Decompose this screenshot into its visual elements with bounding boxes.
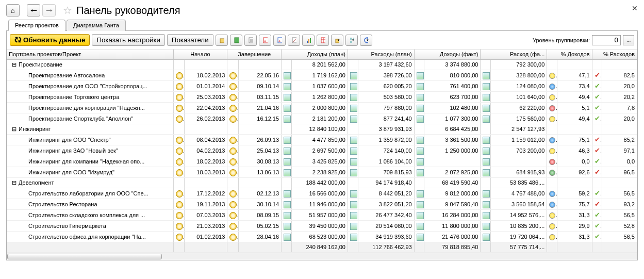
toolbar-icon-9[interactable]: ▾: [331, 35, 343, 46]
check-icon: ✔: [595, 189, 602, 197]
status-led-icon: [549, 105, 555, 111]
doc-icon: [417, 158, 424, 166]
col-project[interactable]: Портфель проектов/Проект: [7, 50, 173, 60]
doc-icon: [284, 212, 291, 219]
doc-icon: [483, 223, 490, 230]
show-settings-button[interactable]: Показать настройки: [92, 34, 164, 46]
clock-icon: [229, 169, 237, 176]
toolbar-icon-4[interactable]: A: [259, 35, 271, 46]
close-button[interactable]: ✕: [632, 4, 638, 12]
clock-icon: [176, 158, 183, 166]
doc-icon: [284, 72, 291, 79]
clock-icon: [229, 137, 237, 144]
doc-icon: [483, 158, 490, 166]
refresh-icon: 🗘: [14, 36, 21, 44]
group-level-picker-button[interactable]: ...: [623, 35, 634, 45]
tab-registry[interactable]: Реестр проектов: [8, 20, 65, 31]
project-row[interactable]: Проектирование Автосалона18.02.201322.05…: [7, 70, 637, 81]
collapse-icon[interactable]: ⊟: [11, 178, 17, 188]
project-row[interactable]: Строительство лаборатории для ООО "Спе..…: [7, 188, 637, 199]
doc-icon: [350, 201, 357, 208]
project-row[interactable]: Инжиниринг для ЗАО "Новый век"04.02.2013…: [7, 145, 637, 156]
doc-icon: [417, 83, 424, 90]
status-led-icon: [549, 202, 555, 208]
toolbar-icon-11[interactable]: ▾: [360, 35, 372, 46]
doc-icon: [483, 72, 490, 79]
group-row[interactable]: ⊟ Проектирование8 201 562,003 197 432,60…: [7, 60, 637, 70]
doc-icon: [417, 223, 424, 230]
doc-icon: [417, 234, 424, 241]
toolbar-icon-10[interactable]: ▾: [345, 35, 358, 46]
clock-icon: [176, 147, 183, 155]
project-row[interactable]: Проектирование Спортклуба "Аполлон"26.02…: [7, 113, 637, 124]
project-row[interactable]: Инжиниринг для ООО "Спектр"08.04.201326.…: [7, 135, 637, 145]
doc-icon: [417, 137, 424, 144]
doc-icon: [483, 116, 490, 123]
svg-text:A: A: [278, 40, 280, 43]
status-led-icon: [549, 84, 555, 90]
doc-icon: [417, 147, 424, 155]
status-led-icon: [549, 116, 555, 122]
forward-button[interactable]: 🡒: [42, 4, 56, 17]
col-expense-fact[interactable]: Расход (фа...: [481, 50, 547, 60]
refresh-data-button[interactable]: 🗘 Обновить данные: [10, 34, 90, 46]
doc-icon: [284, 147, 291, 155]
status-led-icon: [549, 170, 555, 176]
doc-icon: [483, 190, 490, 198]
group-row[interactable]: ⊟ Девелопмент188 442 000,0094 174 918,40…: [7, 178, 637, 188]
status-led-icon: [549, 191, 555, 197]
project-row[interactable]: Строительство Гипермаркета21.03.201305.0…: [7, 221, 637, 232]
home-button[interactable]: ⌂: [6, 4, 20, 17]
doc-icon: [350, 94, 357, 101]
col-income-fact[interactable]: Доходы (факт): [414, 50, 481, 60]
doc-icon: [417, 105, 424, 112]
toolbar-icon-2[interactable]: [230, 35, 242, 46]
col-pct-income[interactable]: % Доходов: [547, 50, 592, 60]
doc-icon: [350, 105, 357, 112]
project-row[interactable]: Инжиниринг для компании "Надежная опо...…: [7, 156, 637, 167]
project-row[interactable]: Строительство офиса для корпорации "На..…: [7, 232, 637, 242]
toolbar-icon-6[interactable]: [288, 35, 300, 46]
toolbar-icon-5[interactable]: A: [273, 35, 286, 46]
toolbar-icon-7[interactable]: [302, 35, 315, 46]
svg-rect-1: [235, 38, 239, 43]
favorite-star-icon[interactable]: ☆: [63, 4, 72, 17]
toolbar-icon-1[interactable]: [216, 35, 228, 46]
clock-icon: [229, 201, 237, 208]
project-row[interactable]: Проектирование для корпорации "Надежн...…: [7, 103, 637, 113]
group-level-input[interactable]: [592, 35, 621, 45]
col-pct-expense[interactable]: % Расходов: [592, 50, 637, 60]
clock-icon: [229, 190, 237, 198]
project-row[interactable]: Проектирование Торгового центра25.03.201…: [7, 92, 637, 103]
col-end[interactable]: Завершение: [227, 50, 282, 60]
col-expense-plan[interactable]: Расходы (план): [348, 50, 414, 60]
clock-icon: [176, 190, 183, 198]
doc-icon: [350, 223, 357, 230]
toolbar-icon-3[interactable]: [244, 35, 257, 46]
page-title: Панель руководителя: [76, 5, 180, 17]
clock-icon: [229, 234, 237, 241]
project-row[interactable]: Проектирование для ООО "Стройкорпорац...…: [7, 81, 637, 92]
clock-icon: [176, 94, 183, 101]
toolbar: 🗘 Обновить данные Показать настройки Пок…: [7, 31, 637, 50]
clock-icon: [229, 72, 237, 79]
col-income-plan[interactable]: Доходы (план): [282, 50, 348, 60]
toolbar-icon-8[interactable]: [317, 35, 329, 46]
horizontal-scrollbar[interactable]: [7, 253, 637, 260]
group-row[interactable]: ⊟ Инжиниринг12 840 100,003 879 931,936 6…: [7, 124, 637, 135]
doc-icon: [284, 234, 291, 241]
check-icon: ✔: [595, 157, 602, 165]
doc-icon: [350, 137, 357, 144]
tab-gantt[interactable]: Диаграмма Ганта: [67, 20, 126, 31]
collapse-icon[interactable]: ⊟: [11, 124, 17, 134]
indicators-button[interactable]: Показатели: [167, 34, 213, 46]
project-row[interactable]: Строительство складского комплекса для .…: [7, 210, 637, 221]
project-row[interactable]: Инжиниринг для ООО "Изумруд"18.03.201313…: [7, 167, 637, 178]
project-row[interactable]: Строительство Ресторана19.11.201330.10.1…: [7, 199, 637, 210]
svg-text:A: A: [264, 40, 266, 43]
collapse-icon[interactable]: ⊟: [11, 60, 17, 70]
doc-icon: [417, 169, 424, 176]
col-start[interactable]: Начало: [173, 50, 227, 60]
status-led-icon: [549, 212, 555, 219]
back-button[interactable]: 🡐: [27, 4, 40, 17]
